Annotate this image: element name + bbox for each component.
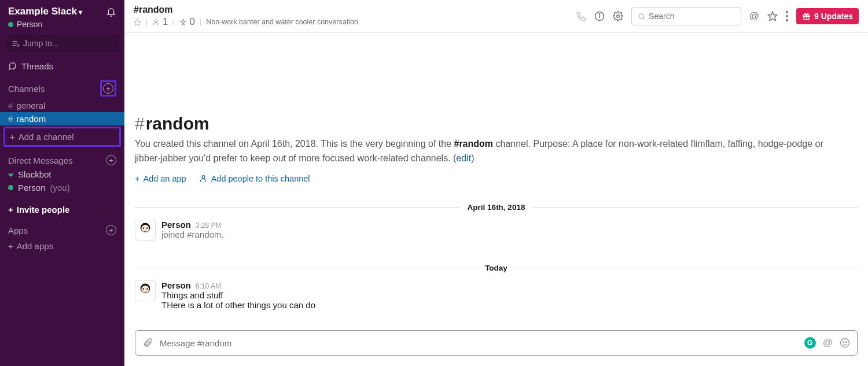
presence-dot-icon xyxy=(8,22,13,27)
channel-name: general xyxy=(16,101,45,110)
invite-people-link[interactable]: + Invite people xyxy=(0,201,124,218)
members-button[interactable]: 1 xyxy=(152,16,168,28)
channel-name: random xyxy=(16,114,46,124)
svg-marker-1 xyxy=(134,19,141,25)
thread-icon xyxy=(8,62,17,71)
pin-count: 0 xyxy=(189,16,194,28)
gift-icon xyxy=(802,12,811,21)
add-apps-label: Add apps xyxy=(17,241,53,251)
apps-header[interactable]: Apps xyxy=(8,225,28,235)
you-label: (you) xyxy=(50,183,70,193)
presence-dot-icon xyxy=(8,185,13,190)
dm-name: Person xyxy=(18,183,46,193)
mentions-icon[interactable]: @ xyxy=(749,10,759,22)
plus-icon: + xyxy=(8,241,13,251)
add-channel-icon[interactable]: + xyxy=(103,83,113,94)
svg-point-11 xyxy=(786,15,788,17)
attach-icon[interactable] xyxy=(142,338,153,348)
current-user-name: Person xyxy=(17,20,42,29)
updates-button[interactable]: 9 Updates xyxy=(796,8,859,24)
pin-icon xyxy=(179,19,187,26)
plus-icon: + xyxy=(8,205,13,215)
svg-point-16 xyxy=(202,176,205,179)
svg-point-12 xyxy=(786,19,788,21)
message-time: 3:28 PM xyxy=(196,221,222,230)
add-channel-link[interactable]: + Add a channel xyxy=(5,128,119,145)
pins-button[interactable]: 0 xyxy=(179,16,195,28)
message-pane[interactable]: #random You created this channel on Apri… xyxy=(124,33,868,326)
search-icon xyxy=(638,12,645,21)
plus-icon: + xyxy=(135,174,139,183)
star-icon[interactable] xyxy=(134,19,141,26)
dm-header[interactable]: Direct Messages xyxy=(8,156,73,165)
composer-input[interactable] xyxy=(160,338,797,348)
svg-point-5 xyxy=(599,14,600,15)
search-field[interactable] xyxy=(649,12,735,21)
edit-purpose-link[interactable]: edit xyxy=(456,153,471,163)
threads-label: Threads xyxy=(21,61,53,71)
composer-area: G @ xyxy=(124,326,868,366)
channel-topic[interactable]: Non-work banter and water cooler convers… xyxy=(206,18,358,26)
grammarly-icon[interactable]: G xyxy=(804,337,816,349)
intro-description: You created this channel on April 16th, … xyxy=(135,137,829,166)
message-composer[interactable]: G @ xyxy=(135,330,858,356)
annotation-highlight: + Add a channel xyxy=(3,127,121,147)
svg-point-18 xyxy=(141,224,149,232)
date-divider: April 16th, 2018 xyxy=(135,203,858,212)
gear-icon[interactable] xyxy=(613,11,623,21)
svg-point-10 xyxy=(786,11,788,13)
channel-title[interactable]: #random xyxy=(134,5,568,15)
svg-point-20 xyxy=(146,227,148,229)
message-item[interactable]: Person 3:28 PM joined #random. xyxy=(135,219,858,244)
mention-icon[interactable]: @ xyxy=(823,337,833,349)
message-text: THere is a lot of other things you can d… xyxy=(161,300,858,310)
dm-item-self[interactable]: Person (you) xyxy=(0,181,124,194)
info-icon[interactable] xyxy=(594,11,605,21)
add-people-link[interactable]: Add people to this channel xyxy=(199,174,310,183)
svg-point-24 xyxy=(146,288,148,290)
jump-to-placeholder: Jump to... xyxy=(23,39,58,48)
message-author[interactable]: Person xyxy=(161,280,191,290)
intro-title: #random xyxy=(135,114,858,134)
workspace-switcher[interactable]: Example Slack xyxy=(8,6,82,17)
avatar[interactable] xyxy=(135,220,156,241)
add-app-link[interactable]: + Add an app xyxy=(135,174,186,183)
add-channel-label: Add a channel xyxy=(19,132,74,142)
channel-header: #random | 1 | 0 | Non-work banter and wa… xyxy=(124,0,868,33)
message-author[interactable]: Person xyxy=(161,220,191,230)
message-text: joined #random. xyxy=(161,230,858,239)
bell-icon[interactable] xyxy=(106,6,116,17)
search-input[interactable] xyxy=(631,7,741,25)
svg-point-6 xyxy=(617,15,620,18)
channel-item-random[interactable]: # random xyxy=(0,112,124,125)
svg-point-0 xyxy=(17,45,19,47)
message-item[interactable]: Person 6:10 AM Things and stuff THere is… xyxy=(135,279,858,313)
heart-icon: ❤ xyxy=(8,172,13,177)
search-list-icon xyxy=(12,39,20,47)
star-items-icon[interactable] xyxy=(767,11,778,21)
person-icon xyxy=(199,174,208,183)
add-app-icon[interactable]: + xyxy=(106,225,116,235)
avatar[interactable] xyxy=(135,280,156,301)
more-icon[interactable] xyxy=(786,11,788,21)
svg-point-27 xyxy=(846,342,847,343)
current-user[interactable]: Person xyxy=(0,20,124,35)
main-pane: #random | 1 | 0 | Non-work banter and wa… xyxy=(124,0,868,366)
phone-icon[interactable] xyxy=(576,11,586,21)
annotation-highlight: + xyxy=(100,80,116,97)
emoji-icon[interactable] xyxy=(840,338,850,348)
new-dm-icon[interactable]: + xyxy=(106,155,116,165)
plus-icon: + xyxy=(10,132,15,142)
hash-icon: # xyxy=(8,101,13,110)
svg-point-7 xyxy=(639,14,643,19)
channels-header[interactable]: Channels xyxy=(8,84,45,94)
dm-item-slackbot[interactable]: ❤ Slackbot xyxy=(0,168,124,181)
channel-item-general[interactable]: # general xyxy=(0,99,124,112)
member-count: 1 xyxy=(163,16,168,28)
threads-link[interactable]: Threads xyxy=(0,59,124,73)
jump-to-input[interactable]: Jump to... xyxy=(6,35,119,52)
add-apps-link[interactable]: + Add apps xyxy=(0,238,124,254)
date-divider: Today xyxy=(135,264,858,272)
svg-marker-9 xyxy=(768,12,777,21)
svg-line-8 xyxy=(643,17,644,19)
